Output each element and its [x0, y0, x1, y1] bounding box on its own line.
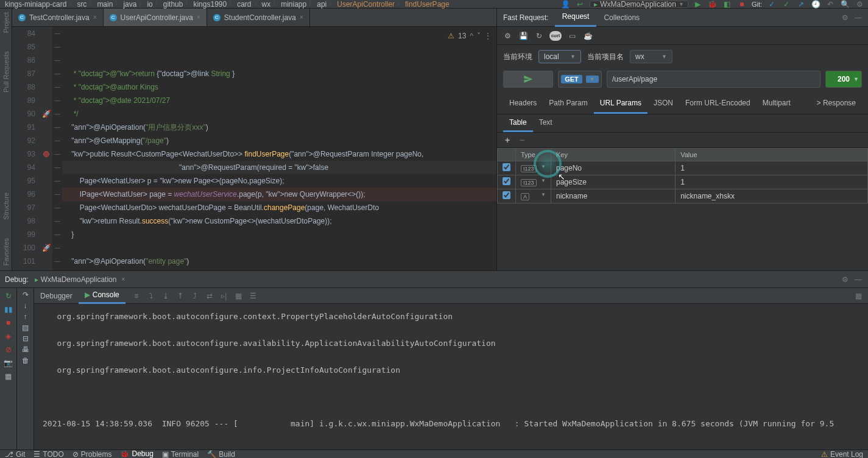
git-commit-icon[interactable]: ✓: [782, 0, 791, 9]
curl-icon[interactable]: curl: [549, 31, 562, 41]
url-input[interactable]: [607, 71, 820, 88]
env-select[interactable]: local▼: [538, 50, 581, 63]
settings-icon[interactable]: ⚙: [855, 0, 864, 9]
step-action-3-icon[interactable]: ⤒: [175, 291, 185, 301]
stop-debug-icon[interactable]: ■: [3, 317, 14, 328]
rerun-icon[interactable]: ↻: [3, 291, 14, 301]
step-into-icon[interactable]: ↓: [24, 301, 27, 310]
breadcrumbs[interactable]: kings-miniapp-card〉src〉main〉java〉io〉gith…: [4, 0, 451, 9]
fr-gear-icon[interactable]: ⚙: [502, 30, 513, 41]
git-rollback-icon[interactable]: ↶: [825, 0, 835, 9]
thread-icon[interactable]: ▦: [234, 291, 244, 301]
fr-settings-icon[interactable]: ⚙: [840, 13, 850, 23]
fr-minimize-icon[interactable]: —: [853, 13, 863, 23]
param-tab[interactable]: Multipart: [757, 94, 797, 114]
inspection-status[interactable]: ⚠ 13 ^ ˅ ⋮: [448, 29, 492, 43]
favorites-tool[interactable]: Favorites: [2, 238, 10, 266]
param-tab[interactable]: URL Params: [594, 94, 647, 114]
param-type[interactable]: I123: [521, 165, 537, 172]
breadcrumb-item[interactable]: wx: [261, 0, 272, 9]
param-row[interactable]: A▼nicknamenickname_xhskx: [498, 189, 868, 203]
sb-terminal[interactable]: ▣ Terminal: [162, 450, 199, 459]
fr-coffee-icon[interactable]: ☕: [582, 30, 593, 41]
breadcrumb-item[interactable]: kings-miniapp-card: [4, 0, 68, 9]
step-action-1-icon[interactable]: ⤵: [146, 291, 156, 301]
fold-column[interactable]: [52, 27, 62, 270]
frames-icon[interactable]: ▤: [22, 323, 29, 332]
breadcrumb-item[interactable]: miniapp: [280, 0, 308, 9]
close-tab-icon[interactable]: ×: [300, 14, 303, 21]
remove-param-button[interactable]: −: [518, 135, 526, 145]
param-checkbox[interactable]: [503, 191, 510, 199]
sb-event-log[interactable]: ⚠ Event Log: [821, 450, 863, 459]
param-key[interactable]: pageSize: [551, 175, 676, 189]
camera-icon[interactable]: 📷: [3, 358, 14, 368]
step-action-2-icon[interactable]: ⤓: [161, 291, 171, 301]
sb-debug[interactable]: 🐞 Debug: [120, 449, 153, 458]
run-to-icon[interactable]: ▹|: [219, 291, 229, 301]
param-value[interactable]: 1: [676, 175, 868, 189]
param-tab[interactable]: Headers: [503, 94, 543, 114]
param-key[interactable]: pageNo: [551, 161, 676, 175]
breadcrumb-item[interactable]: kings1990: [192, 0, 228, 9]
debugger-tab[interactable]: Debugger: [34, 288, 79, 304]
breadcrumb-item[interactable]: io: [146, 0, 153, 9]
step-action-4-icon[interactable]: ⤴: [190, 291, 200, 301]
git-update-icon[interactable]: ✓: [767, 0, 777, 9]
sb-todo[interactable]: ☰ TODO: [34, 450, 63, 459]
breadcrumb-item[interactable]: java: [122, 0, 138, 9]
back-icon[interactable]: ↩: [575, 0, 585, 9]
debug-icon[interactable]: 🐞: [708, 0, 718, 9]
param-row[interactable]: I123▼pageNo1: [498, 161, 868, 175]
layout-icon[interactable]: ▦: [3, 371, 14, 382]
resume-icon[interactable]: ▮▮: [3, 304, 14, 315]
add-param-button[interactable]: +: [503, 135, 512, 145]
step-over-icon[interactable]: ↷: [23, 291, 29, 299]
console-layout-icon[interactable]: ▦: [853, 291, 863, 301]
project-tool[interactable]: Project: [2, 12, 10, 33]
trash-icon[interactable]: 🗑: [22, 356, 29, 365]
drop-frame-icon[interactable]: ⊟: [23, 334, 29, 343]
fr-doc-icon[interactable]: ▭: [566, 30, 577, 41]
param-tab[interactable]: JSON: [647, 94, 679, 114]
param-subtab[interactable]: Table: [503, 114, 533, 132]
breadcrumb-item[interactable]: api: [316, 0, 328, 9]
param-checkbox[interactable]: [503, 163, 510, 171]
breadcrumb-item[interactable]: findUserPage: [404, 0, 451, 9]
status-code-badge[interactable]: 200▼: [825, 71, 862, 88]
console-action-icon[interactable]: ≡: [132, 291, 141, 301]
run-gutter-icon[interactable]: 🚀: [42, 110, 51, 118]
editor-tab[interactable]: CTestController.java×: [12, 9, 104, 26]
breakpoint-icon[interactable]: [43, 151, 49, 157]
param-table[interactable]: TypeKeyValue I123▼pageNo1I123▼pageSize1A…: [497, 148, 868, 203]
breadcrumb-item[interactable]: github: [162, 0, 185, 9]
http-method-select[interactable]: GET▼: [558, 71, 602, 88]
console-output[interactable]: org.springframework.boot.autoconfigure.c…: [34, 304, 868, 449]
sb-problems[interactable]: ⊘ Problems: [72, 450, 112, 459]
breadcrumb-item[interactable]: card: [236, 0, 252, 9]
git-push-icon[interactable]: ↗: [796, 0, 806, 9]
param-subtab[interactable]: Text: [533, 114, 559, 132]
coverage-icon[interactable]: ◧: [722, 0, 732, 9]
param-tab[interactable]: Form URL-Encoded: [679, 94, 757, 114]
code-editor[interactable]: ⚠ 13 ^ ˅ ⋮ * "doctag">@"kw">return {"doc…: [62, 27, 496, 270]
param-value[interactable]: nickname_xhskx: [676, 189, 868, 203]
run-gutter-icon[interactable]: 🚀: [42, 244, 51, 252]
print-icon[interactable]: 🖶: [22, 345, 29, 354]
send-button[interactable]: [503, 71, 553, 88]
debug-settings-icon[interactable]: ⚙: [840, 275, 850, 284]
debug-config-tab[interactable]: ▸WxMaDemoApplication×: [35, 275, 125, 284]
tab-collections[interactable]: Collections: [596, 9, 647, 27]
param-checkbox[interactable]: [503, 177, 510, 185]
param-tab[interactable]: > Response: [811, 94, 862, 114]
mute-bp-icon[interactable]: ⊘: [3, 344, 14, 355]
tab-request[interactable]: Request: [555, 9, 597, 27]
param-row[interactable]: I123▼pageSize1: [498, 175, 868, 189]
editor-tab[interactable]: CUserApiController.java×: [104, 9, 207, 26]
param-key[interactable]: nickname: [551, 189, 676, 203]
console-tab[interactable]: ▶Console: [79, 288, 125, 304]
user-icon[interactable]: 👤: [560, 0, 570, 9]
structure-tool[interactable]: Structure: [2, 192, 10, 220]
pull-requests-tool[interactable]: Pull Requests: [2, 51, 10, 93]
editor-tab[interactable]: CStudentController.java×: [207, 9, 310, 26]
